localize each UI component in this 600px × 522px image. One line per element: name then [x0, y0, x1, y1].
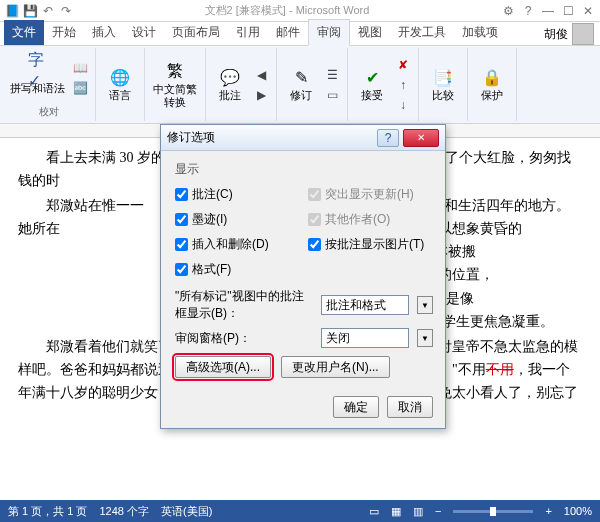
- pane-icon[interactable]: ▭: [323, 86, 341, 104]
- reject-icon[interactable]: ✘: [394, 56, 412, 74]
- compare-button[interactable]: 📑比较: [425, 65, 461, 103]
- chinese-convert-button[interactable]: 繁中文简繁 转换: [151, 59, 199, 109]
- chk-format[interactable]: 格式(F): [175, 261, 300, 278]
- protect-button[interactable]: 🔒保护: [474, 65, 510, 103]
- avatar[interactable]: [572, 23, 594, 45]
- tab-home[interactable]: 开始: [44, 20, 84, 45]
- tab-layout[interactable]: 页面布局: [164, 20, 228, 45]
- tab-references[interactable]: 引用: [228, 20, 268, 45]
- ok-button[interactable]: 确定: [333, 396, 379, 418]
- hide-icon[interactable]: ?: [520, 3, 536, 19]
- chk-highlight-updates: 突出显示更新(H): [308, 186, 433, 203]
- dialog-close-button[interactable]: ✕: [403, 129, 439, 147]
- cancel-button[interactable]: 取消: [387, 396, 433, 418]
- next-change-icon[interactable]: ↓: [394, 96, 412, 114]
- track-changes-button[interactable]: ✎修订: [283, 65, 319, 103]
- zoom-out-icon[interactable]: −: [435, 505, 441, 517]
- maximize-icon[interactable]: ☐: [560, 3, 576, 19]
- status-wordcount[interactable]: 1248 个字: [99, 504, 149, 519]
- dialog-help-button[interactable]: ?: [377, 129, 399, 147]
- chk-other-authors: 其他作者(O): [308, 211, 433, 228]
- spell-check-button[interactable]: 字✓拼写和语法: [8, 58, 67, 96]
- label-review-pane: 审阅窗格(P)：: [175, 330, 315, 347]
- document-title: 文档2 [兼容模式] - Microsoft Word: [74, 3, 500, 18]
- prev-comment-icon[interactable]: ◀: [252, 66, 270, 84]
- accept-button[interactable]: ✔接受: [354, 65, 390, 103]
- chk-ink[interactable]: 墨迹(I): [175, 211, 300, 228]
- label-balloon-show: "所有标记"视图中的批注框显示(B)：: [175, 288, 315, 322]
- chk-insert-delete[interactable]: 插入和删除(D): [175, 236, 300, 253]
- save-button[interactable]: 💾: [22, 3, 38, 19]
- advanced-options-button[interactable]: 高级选项(A)...: [175, 356, 271, 378]
- minimize-icon[interactable]: —: [540, 3, 556, 19]
- tab-mail[interactable]: 邮件: [268, 20, 308, 45]
- next-comment-icon[interactable]: ▶: [252, 86, 270, 104]
- tab-insert[interactable]: 插入: [84, 20, 124, 45]
- settings-icon[interactable]: ⚙: [500, 3, 516, 19]
- user-name: 胡俊: [544, 26, 568, 43]
- zoom-slider[interactable]: [453, 510, 533, 513]
- status-page[interactable]: 第 1 页，共 1 页: [8, 504, 87, 519]
- zoom-in-icon[interactable]: +: [545, 505, 551, 517]
- tab-dev[interactable]: 开发工具: [390, 20, 454, 45]
- view-readmode-icon[interactable]: ▭: [369, 505, 379, 518]
- word-app-icon: 📘: [4, 3, 20, 19]
- chk-picture-balloon[interactable]: 按批注显示图片(T): [308, 236, 433, 253]
- wordcount-icon[interactable]: 🔤: [71, 79, 89, 97]
- thesaurus-icon[interactable]: 📖: [71, 59, 89, 77]
- group-proofing: 校对: [8, 105, 89, 119]
- combo-balloon-show[interactable]: 批注和格式: [321, 295, 409, 315]
- change-username-button[interactable]: 更改用户名(N)...: [281, 356, 390, 378]
- view-print-icon[interactable]: ▦: [391, 505, 401, 518]
- redo-button[interactable]: ↷: [58, 3, 74, 19]
- close-icon[interactable]: ✕: [580, 3, 596, 19]
- zoom-level[interactable]: 100%: [564, 505, 592, 517]
- combo-pane-arrow[interactable]: ▼: [417, 329, 433, 347]
- status-language[interactable]: 英语(美国): [161, 504, 212, 519]
- prev-change-icon[interactable]: ↑: [394, 76, 412, 94]
- section-display: 显示: [175, 161, 433, 178]
- undo-button[interactable]: ↶: [40, 3, 56, 19]
- tab-review[interactable]: 审阅: [308, 19, 350, 46]
- language-button[interactable]: 🌐语言: [102, 65, 138, 103]
- view-web-icon[interactable]: ▥: [413, 505, 423, 518]
- chk-comments[interactable]: 批注(C): [175, 186, 300, 203]
- track-changes-options-dialog: 修订选项 ? ✕ 显示 批注(C) 突出显示更新(H) 墨迹(I) 其他作者(O…: [160, 124, 446, 429]
- comments-button[interactable]: 💬批注: [212, 65, 248, 103]
- tab-view[interactable]: 视图: [350, 20, 390, 45]
- display-icon[interactable]: ☰: [323, 66, 341, 84]
- tab-addins[interactable]: 加载项: [454, 20, 506, 45]
- tab-file[interactable]: 文件: [4, 20, 44, 45]
- tab-design[interactable]: 设计: [124, 20, 164, 45]
- combo-review-pane[interactable]: 关闭: [321, 328, 409, 348]
- combo-balloon-arrow[interactable]: ▼: [417, 296, 433, 314]
- dialog-title: 修订选项: [167, 129, 377, 146]
